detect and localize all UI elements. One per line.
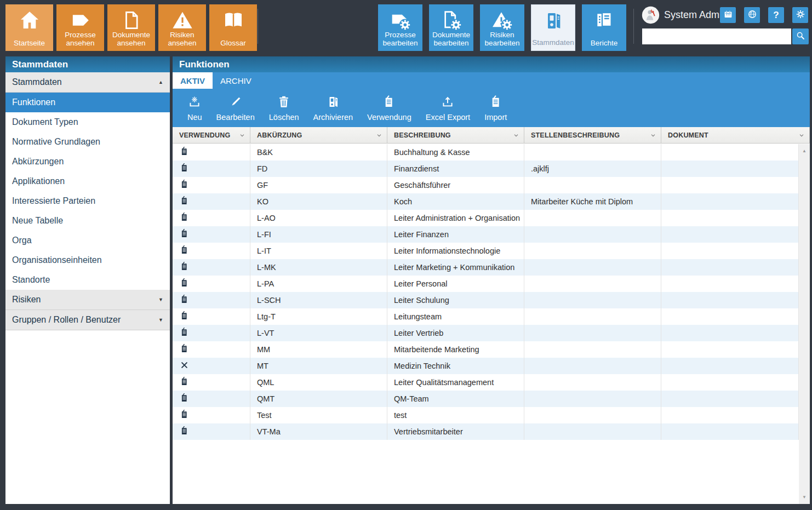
table-row-ko[interactable]: KOKochMitarbeiter Küche mit Diplom (173, 193, 799, 210)
nav-button-dokumente-bearbeiten[interactable]: Dokumente bearbeiten (429, 4, 473, 51)
globe-button[interactable] (744, 7, 760, 23)
table-row-l-ao[interactable]: L-AOLeiter Administration + Organisation (173, 210, 799, 226)
nav-button-berichte[interactable]: Berichte (582, 4, 626, 51)
trash-icon (277, 95, 291, 111)
toolbar-button-label: Löschen (269, 113, 299, 122)
cell-abkuerzung: L-AO (250, 210, 387, 226)
cell-verwendung (173, 193, 250, 210)
table-row-qmt[interactable]: QMTQM-Team (173, 391, 799, 407)
cell-abkuerzung: QMT (250, 391, 387, 407)
column-filter-chevron-icon[interactable] (512, 131, 521, 140)
sidebar-item-dokument-typen[interactable]: Dokument Typen (5, 112, 170, 132)
sidebar-item-applikationen[interactable]: Applikationen (5, 171, 170, 191)
cell-abkuerzung: QML (250, 374, 387, 391)
column-header-abkurzung: ABKÜRZUNG (250, 127, 387, 143)
triangle-down-icon: ▼ (158, 297, 163, 302)
table-row-ltg-t[interactable]: Ltg-TLeitungsteam (173, 308, 799, 325)
triangle-down-icon: ▼ (158, 317, 163, 323)
verwendung-clipboard-icon (179, 196, 190, 208)
cell-stellenbeschreibung (524, 407, 661, 423)
column-header-beschreibung: BESCHREIBUNG (387, 127, 524, 143)
column-filter-chevron-icon[interactable] (649, 131, 657, 140)
table-row-l-mk[interactable]: L-MKLeiter Marketing + Kommunikation (173, 259, 799, 276)
table-row-fd[interactable]: FDFinanzdienst.ajklfj (173, 161, 799, 177)
column-filter-chevron-icon[interactable] (375, 131, 384, 140)
gear-icon (796, 9, 805, 21)
table-row-l-sch[interactable]: L-SCHLeiter Schulung (173, 292, 799, 308)
toolbar-button-loschen[interactable]: Löschen (262, 95, 306, 122)
toolbar-button-neu[interactable]: Neu (180, 95, 209, 122)
cell-stellenbeschreibung (524, 226, 661, 243)
nav-button-prozesse-bearbeiten[interactable]: Prozesse bearbeiten (378, 4, 422, 51)
cell-verwendung (173, 292, 250, 308)
toolbar-button-bearbeiten[interactable]: Bearbeiten (209, 95, 262, 122)
cell-verwendung (173, 358, 250, 374)
cell-stellenbeschreibung: .ajklfj (524, 161, 661, 177)
sidebar-item-organisationseinheiten[interactable]: Organisationseinheiten (5, 250, 170, 270)
sidebar-item-abkurzungen[interactable]: Abkürzungen (5, 152, 170, 171)
column-filter-chevron-icon[interactable] (238, 131, 247, 140)
nav-button-startseite[interactable]: Startseite (5, 4, 53, 51)
global-search-input[interactable] (642, 28, 791, 44)
table-body: B&KBuchhaltung & KasseFDFinanzdienst.ajk… (173, 144, 799, 504)
column-filter-chevron-icon[interactable] (797, 131, 806, 140)
help-button[interactable]: ? (768, 7, 784, 23)
vertical-scrollbar[interactable]: ▲ ▼ (799, 144, 810, 504)
scroll-down-icon[interactable]: ▼ (799, 495, 810, 500)
sidebar-item-neue-tabelle[interactable]: Neue Tabelle (5, 211, 170, 231)
column-header-verwendung: VERWENDUNG (173, 127, 250, 143)
toolbar-button-excel-export[interactable]: Excel Export (419, 95, 477, 122)
table-row-qml[interactable]: QMLLeiter Qualitätsmanagement (173, 374, 799, 391)
toolbar-button-label: Import (484, 113, 507, 122)
cell-stellenbeschreibung (524, 259, 661, 276)
nav-button-risiken-ansehen[interactable]: Risiken ansehen (158, 4, 206, 51)
table-row-test[interactable]: Testtest (173, 407, 799, 423)
toolbar-button-archivieren[interactable]: Archivieren (306, 95, 361, 122)
table-row-mm[interactable]: MMMitarbeitende Marketing (173, 341, 799, 358)
sidebar-item-standorte[interactable]: Standorte (5, 270, 170, 290)
nav-button-risiken-bearbeiten[interactable]: Risiken bearbeiten (480, 4, 524, 51)
binder-icon (326, 95, 340, 111)
sidebar-section-stammdaten[interactable]: Stammdaten▲ (5, 72, 170, 93)
table-row-mt[interactable]: MTMedizin Technik (173, 358, 799, 374)
app-window: StartseiteProzesse ansehenDokumente anse… (0, 0, 812, 510)
table-row-l-it[interactable]: L-ITLeiter Informationstechnologie (173, 243, 799, 259)
sidebar-item-funktionen[interactable]: Funktionen (5, 93, 170, 112)
cell-abkuerzung: L-IT (250, 243, 387, 259)
cell-dokument (661, 226, 799, 243)
cell-stellenbeschreibung (524, 391, 661, 407)
table-row-b-k[interactable]: B&KBuchhaltung & Kasse (173, 144, 799, 161)
verwendung-clipboard-icon (179, 228, 190, 240)
sidebar-item-interessierte-parteien[interactable]: Interessierte Parteien (5, 191, 170, 211)
nav-button-glossar[interactable]: Glossar (209, 4, 257, 51)
toolbar-button-import[interactable]: Import (477, 95, 514, 122)
nav-button-stammdaten[interactable]: Stammdaten (531, 4, 575, 51)
nav-button-dokumente-ansehen[interactable]: Dokumente ansehen (107, 4, 155, 51)
toolbar-button-verwendung[interactable]: Verwendung (360, 95, 419, 122)
table-row-l-fi[interactable]: L-FILeiter Finanzen (173, 226, 799, 243)
cell-abkuerzung: Test (250, 407, 387, 423)
calendar-button[interactable] (720, 7, 736, 23)
search-button[interactable] (792, 28, 809, 44)
user-avatar[interactable] (642, 6, 660, 24)
cell-beschreibung: Leiter Schulung (387, 292, 524, 308)
cell-beschreibung: Vertriebsmitarbeiter (387, 423, 524, 440)
verwendung-clipboard-icon (179, 261, 190, 273)
scroll-up-icon[interactable]: ▲ (799, 148, 810, 153)
cell-abkuerzung: Ltg-T (250, 308, 387, 325)
verwendung-clipboard-icon (179, 343, 190, 356)
cell-stellenbeschreibung (524, 177, 661, 193)
settings-button[interactable] (792, 7, 808, 23)
tab-aktiv[interactable]: AKTIV (173, 72, 213, 89)
table-row-vt-ma[interactable]: VT-MaVertriebsmitarbeiter (173, 423, 799, 440)
sidebar-section-risiken[interactable]: Risiken▼ (5, 290, 170, 310)
sidebar-section-gruppen-rollen-benutzer[interactable]: Gruppen / Rollen / Benutzer▼ (5, 310, 170, 330)
table-row-l-vt[interactable]: L-VTLeiter Vertrieb (173, 325, 799, 341)
sidebar-item-orga[interactable]: Orga (5, 231, 170, 250)
column-header-label: ABKÜRZUNG (257, 131, 302, 139)
table-row-l-pa[interactable]: L-PALeiter Personal (173, 276, 799, 292)
nav-button-prozesse-ansehen[interactable]: Prozesse ansehen (56, 4, 104, 51)
tab-archiv[interactable]: ARCHIV (213, 72, 259, 89)
table-row-gf[interactable]: GFGeschäftsführer (173, 177, 799, 193)
sidebar-item-normative-grundlagen[interactable]: Normative Grundlagen (5, 132, 170, 152)
